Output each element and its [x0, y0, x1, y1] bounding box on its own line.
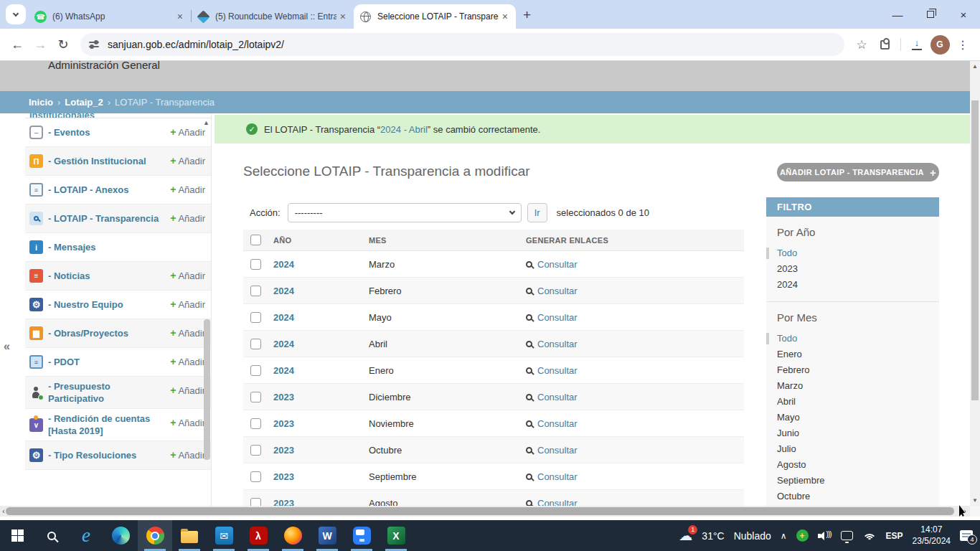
filter-option-octubre[interactable]: Octubre — [777, 489, 939, 504]
changed-object-link[interactable]: 2024 - Abril — [380, 124, 428, 135]
row-checkbox[interactable] — [250, 392, 261, 402]
profile-button[interactable]: G — [928, 33, 951, 56]
weather-cloud-icon[interactable]: ☁1 — [679, 529, 692, 542]
year-link[interactable]: 2024 — [273, 339, 369, 349]
sidebar-item-gestion-institucional[interactable]: Π - Gestión Institucional +Añadir — [25, 147, 211, 176]
year-link[interactable]: 2024 — [273, 286, 369, 296]
downloads-button[interactable]: ↓ — [905, 33, 928, 56]
sidebar-collapse-button[interactable]: « — [4, 340, 10, 353]
close-icon[interactable]: × — [174, 10, 187, 23]
sidebar-item-eventos[interactable]: – - Eventos +Añadir — [25, 118, 211, 147]
consultar-link[interactable]: Consultar — [537, 365, 578, 376]
add-noticias-link[interactable]: +Añadir — [170, 270, 205, 281]
sidebar-item-lotaip-transparencia[interactable]: - LOTAIP - Transparencia +Añadir — [25, 204, 211, 233]
sidebar-section-institucionales[interactable]: Institucionales — [25, 113, 211, 118]
row-checkbox[interactable] — [250, 259, 261, 270]
add-rendicion-link[interactable]: +Añadir — [170, 417, 205, 428]
filter-option-2024[interactable]: 2024 — [777, 277, 939, 293]
add-eventos-link[interactable]: +Añadir — [170, 126, 205, 138]
filter-option-abril[interactable]: Abril — [777, 394, 939, 410]
year-link[interactable]: 2023 — [273, 498, 369, 507]
sidebar-item-noticias[interactable]: ≡ - Noticias +Añadir — [25, 262, 211, 291]
forward-button[interactable]: → — [29, 33, 52, 56]
minimize-button[interactable]: — — [881, 0, 914, 29]
row-checkbox[interactable] — [250, 312, 261, 323]
url-text[interactable]: sanjuan.gob.ec/admin/lotaip_2/lotaipv2/ — [108, 39, 284, 50]
sidebar-item-label[interactable]: - Obras/Proyectos — [48, 327, 170, 339]
vertical-scrollbar[interactable]: ▲ ▼ — [970, 61, 980, 506]
horizontal-scrollbar-thumb[interactable] — [6, 507, 954, 515]
filter-option-junio[interactable]: Junio — [777, 425, 939, 441]
filter-option-month-todo[interactable]: Todo — [777, 331, 939, 347]
sidebar-item-presupuesto-participativo[interactable]: - Presupuesto Participativo +Añadir — [25, 377, 211, 409]
reload-button[interactable]: ↻ — [52, 33, 75, 56]
add-pdot-link[interactable]: +Añadir — [170, 356, 205, 367]
column-header-year[interactable]: AÑO — [273, 236, 369, 245]
notification-center-icon[interactable]: 4 — [960, 530, 973, 541]
column-header-month[interactable]: MES — [369, 236, 526, 245]
sidebar-item-nuestro-equipo[interactable]: ⚙ - Nuestro Equipo +Añadir — [25, 291, 211, 319]
sidebar-item-label[interactable]: - PDOT — [48, 356, 121, 368]
year-link[interactable]: 2023 — [273, 471, 369, 482]
tab-whatsapp[interactable]: ☎ (6) WhatsApp × — [29, 4, 191, 29]
new-tab-button[interactable]: + — [523, 7, 531, 23]
consultar-link[interactable]: Consultar — [537, 392, 578, 402]
restore-button[interactable] — [914, 0, 947, 29]
scroll-up-icon[interactable]: ▲ — [970, 63, 980, 70]
consultar-link[interactable]: Consultar — [537, 471, 578, 482]
taskbar-clipchamp[interactable] — [344, 520, 379, 551]
filter-option-septiembre[interactable]: Septiembre — [777, 473, 939, 489]
horizontal-scrollbar[interactable]: ‹ › — [0, 506, 970, 517]
filter-option-2023[interactable]: 2023 — [777, 261, 939, 277]
taskbar-acrobat[interactable]: λ — [241, 520, 275, 551]
menu-button[interactable]: ⋮ — [951, 33, 974, 56]
language-indicator[interactable]: ESP — [886, 531, 903, 541]
tab-search-button[interactable] — [6, 4, 26, 24]
scroll-down-icon[interactable]: ▼ — [970, 497, 980, 504]
sidebar-item-label[interactable]: - Tipo Resoluciones — [48, 449, 178, 461]
sidebar-item-lotaip-anexos[interactable]: ≡ - LOTAIP - Anexos +Añadir — [25, 176, 211, 204]
cast-icon[interactable] — [841, 531, 853, 540]
sidebar-item-label[interactable]: - Nuestro Equipo — [48, 298, 165, 311]
select-all-checkbox[interactable] — [250, 235, 261, 245]
sidebar-item-obras-proyectos[interactable]: ▆ - Obras/Proyectos +Añadir — [25, 319, 211, 348]
add-anexos-link[interactable]: +Añadir — [170, 184, 205, 195]
taskbar-excel[interactable]: X — [379, 520, 413, 551]
extensions-button[interactable] — [873, 33, 896, 56]
year-link[interactable]: 2024 — [273, 365, 369, 376]
year-link[interactable]: 2024 — [273, 312, 369, 323]
filter-option-agosto[interactable]: Agosto — [777, 457, 939, 473]
consultar-link[interactable]: Consultar — [537, 312, 578, 323]
close-icon[interactable]: × — [336, 10, 349, 23]
filter-option-year-todo[interactable]: Todo — [777, 245, 939, 261]
filter-option-febrero[interactable]: Febrero — [777, 362, 939, 378]
add-transparencia-link[interactable]: +Añadir — [170, 212, 205, 224]
consultar-link[interactable]: Consultar — [537, 339, 578, 349]
row-checkbox[interactable] — [250, 418, 261, 429]
year-link[interactable]: 2023 — [273, 418, 369, 429]
row-checkbox[interactable] — [250, 445, 261, 456]
add-obras-link[interactable]: +Añadir — [170, 327, 205, 339]
taskbar-internet-explorer[interactable]: e — [69, 520, 103, 551]
add-presupuesto-link[interactable]: +Añadir — [170, 385, 205, 396]
close-window-button[interactable]: × — [947, 0, 980, 29]
tab-roundcube[interactable]: (5) Roundcube Webmail :: Entra × — [192, 4, 354, 29]
taskbar-mail[interactable]: ✉ — [207, 520, 241, 551]
consultar-link[interactable]: Consultar — [537, 286, 578, 296]
clock[interactable]: 14:0723/5/2024 — [913, 524, 951, 547]
taskbar-edge[interactable] — [103, 520, 138, 551]
consultar-link[interactable]: Consultar — [537, 445, 578, 456]
row-checkbox[interactable] — [250, 471, 261, 482]
year-link[interactable]: 2024 — [273, 259, 369, 270]
tray-expand-icon[interactable]: ∧ — [781, 531, 787, 541]
address-bar[interactable]: sanjuan.gob.ec/admin/lotaip_2/lotaipv2/ — [80, 33, 844, 56]
row-checkbox[interactable] — [250, 286, 261, 296]
wifi-icon[interactable] — [862, 530, 877, 541]
sidebar-item-label[interactable]: - Gestión Institucional — [48, 155, 188, 167]
antivirus-icon[interactable]: + — [796, 529, 809, 542]
vertical-scrollbar-thumb[interactable] — [971, 100, 979, 400]
add-resoluciones-link[interactable]: +Añadir — [170, 449, 205, 461]
row-checkbox[interactable] — [250, 365, 261, 376]
sidebar-item-label[interactable]: - Eventos — [48, 126, 132, 138]
consultar-link[interactable]: Consultar — [537, 418, 578, 429]
